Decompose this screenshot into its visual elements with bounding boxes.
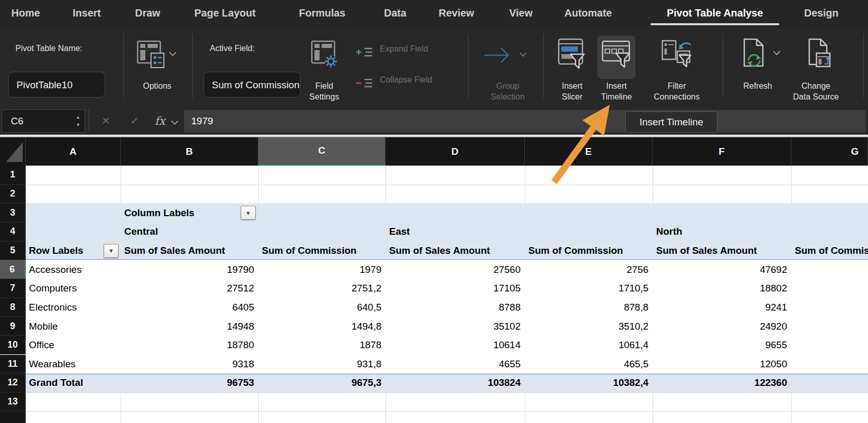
pivot-row-label-office[interactable]: Office <box>29 339 54 351</box>
row-header-10[interactable]: 10 <box>0 336 26 355</box>
column-header-e[interactable]: E <box>525 137 653 166</box>
column-header-a[interactable]: A <box>26 137 121 166</box>
row-header-12[interactable]: 12 <box>0 373 26 393</box>
pivot-value-B9[interactable]: 14948 <box>227 321 254 332</box>
column-labels-filter-button[interactable]: ▼ <box>241 206 256 220</box>
pivot-measure-header-d[interactable]: Sum of Sales Amount <box>389 245 490 256</box>
group-selection-button[interactable]: Group Selection <box>491 80 525 102</box>
tab-pivot-table-analyse[interactable]: Pivot Table Analyse <box>650 7 779 19</box>
pivot-region-east[interactable]: East <box>389 226 410 237</box>
name-box-spinner-up-icon[interactable]: ▲ <box>76 115 80 120</box>
column-header-g[interactable]: G <box>791 137 868 166</box>
pivot-region-central[interactable]: Central <box>124 226 158 237</box>
pivot-row-label-electronics[interactable]: Electronics <box>29 302 77 313</box>
refresh-button[interactable]: Refresh <box>743 80 772 91</box>
pivot-value-D11[interactable]: 4655 <box>499 359 521 370</box>
pivot-measure-header-b[interactable]: Sum of Sales Amount <box>124 245 225 256</box>
collapse-field-button[interactable]: Collapse Field <box>380 75 432 85</box>
tab-design[interactable]: Design <box>804 7 839 19</box>
insert-slicer-icon[interactable] <box>557 38 588 71</box>
field-settings-button[interactable]: Field Settings <box>309 80 339 102</box>
pivot-value-F11[interactable]: 12050 <box>760 359 787 370</box>
pivot-grand-total-C[interactable]: 9675,3 <box>352 377 381 388</box>
name-box-spinner-down-icon[interactable]: ▼ <box>76 122 80 127</box>
refresh-icon[interactable] <box>740 38 771 71</box>
field-settings-icon[interactable] <box>309 38 340 71</box>
pivot-value-C8[interactable]: 640,5 <box>357 302 381 313</box>
pivot-value-C7[interactable]: 2751,2 <box>352 283 381 294</box>
options-icon[interactable] <box>135 38 166 71</box>
tab-draw[interactable]: Draw <box>135 7 160 19</box>
pivot-value-E6[interactable]: 2756 <box>627 264 648 275</box>
pivot-row-labels-header[interactable]: Row Labels <box>29 245 84 256</box>
options-dropdown-chevron-icon[interactable] <box>169 49 176 56</box>
column-header-f[interactable]: F <box>653 137 791 166</box>
pivot-value-E11[interactable]: 465,5 <box>624 359 648 370</box>
pivot-value-E9[interactable]: 3510,2 <box>619 321 648 332</box>
pivot-grand-total-label[interactable]: Grand Total <box>29 377 83 388</box>
pivot-value-D8[interactable]: 8788 <box>499 302 521 313</box>
row-header-1[interactable]: 1 <box>0 166 26 185</box>
tab-formulas[interactable]: Formulas <box>299 7 345 19</box>
options-button[interactable]: Options <box>143 80 171 91</box>
filter-connections-icon[interactable] <box>661 38 694 71</box>
insert-timeline-button[interactable]: Insert Timeline <box>601 80 632 102</box>
insert-function-icon[interactable]: fx <box>155 107 165 135</box>
pivot-grand-total-D[interactable]: 103824 <box>488 377 521 388</box>
pivot-value-D6[interactable]: 27560 <box>493 264 521 275</box>
pivot-value-F9[interactable]: 24920 <box>760 321 787 332</box>
tab-home[interactable]: Home <box>11 7 40 19</box>
pivot-value-D7[interactable]: 17105 <box>493 283 521 294</box>
pivot-measure-header-e[interactable]: Sum of Commission <box>528 245 623 256</box>
pivot-value-F7[interactable]: 18802 <box>760 283 787 294</box>
insert-slicer-button[interactable]: Insert Slicer <box>562 80 582 102</box>
pivot-value-D10[interactable]: 10614 <box>493 339 521 351</box>
pivot-value-B8[interactable]: 6405 <box>232 302 254 313</box>
column-header-b[interactable]: B <box>121 137 258 166</box>
row-header-14[interactable] <box>0 411 26 423</box>
expand-field-button[interactable]: Expand Field <box>380 44 428 54</box>
pivot-grand-total-F[interactable]: 122360 <box>755 377 787 388</box>
column-header-c[interactable]: C <box>258 137 386 166</box>
active-field-input[interactable]: Sum of Commission <box>204 72 301 97</box>
row-header-2[interactable]: 2 <box>0 185 26 204</box>
pivot-row-label-accessories[interactable]: Accessories <box>29 264 81 275</box>
pivot-measure-header-f[interactable]: Sum of Sales Amount <box>656 245 757 256</box>
pivot-row-label-computers[interactable]: Computers <box>29 283 77 294</box>
pivot-value-E7[interactable]: 1710,5 <box>619 283 648 294</box>
column-header-d[interactable]: D <box>386 137 525 166</box>
row-header-8[interactable]: 8 <box>0 298 26 317</box>
pivot-value-F6[interactable]: 47692 <box>760 264 787 275</box>
change-data-source-button[interactable]: Change Data Source <box>793 80 839 102</box>
tab-data[interactable]: Data <box>384 7 406 19</box>
pivot-grand-total-E[interactable]: 10382,4 <box>613 377 648 388</box>
pivot-row-label-mobile[interactable]: Mobile <box>29 321 58 332</box>
pivot-value-E8[interactable]: 878,8 <box>624 302 648 313</box>
pivot-value-E10[interactable]: 1061,4 <box>619 339 648 351</box>
tab-insert[interactable]: Insert <box>73 7 101 19</box>
name-box[interactable]: C6 ▲ ▼ <box>2 109 85 133</box>
change-data-source-icon[interactable] <box>804 38 835 71</box>
pivot-measure-header-c[interactable]: Sum of Commission <box>262 245 357 256</box>
fx-chevron-icon[interactable] <box>171 118 178 125</box>
insert-timeline-icon[interactable] <box>601 38 632 71</box>
refresh-dropdown-chevron-icon[interactable] <box>773 48 780 55</box>
pivot-region-north[interactable]: North <box>656 226 682 237</box>
filter-connections-button[interactable]: Filter Connections <box>654 80 700 102</box>
pivot-table-name-input[interactable]: PivotTable10 <box>8 72 105 97</box>
pivot-column-labels-header[interactable]: Column Labels <box>124 207 194 219</box>
pivot-value-B10[interactable]: 18780 <box>227 339 254 351</box>
row-header-13[interactable]: 13 <box>0 393 26 412</box>
pivot-value-C6[interactable]: 1979 <box>360 264 381 275</box>
pivot-value-B7[interactable]: 27512 <box>227 283 254 294</box>
row-header-11[interactable]: 11 <box>0 355 26 374</box>
row-labels-filter-button[interactable]: ▼ <box>104 244 119 258</box>
tab-review[interactable]: Review <box>439 7 474 19</box>
pivot-value-F8[interactable]: 9241 <box>765 302 787 313</box>
row-header-9[interactable]: 9 <box>0 317 26 336</box>
pivot-value-C9[interactable]: 1494,8 <box>352 321 381 332</box>
row-header-5[interactable]: 5 <box>0 241 26 261</box>
pivot-value-F10[interactable]: 9655 <box>765 339 787 351</box>
pivot-value-C10[interactable]: 1878 <box>360 339 381 351</box>
row-header-4[interactable]: 4 <box>0 222 26 241</box>
